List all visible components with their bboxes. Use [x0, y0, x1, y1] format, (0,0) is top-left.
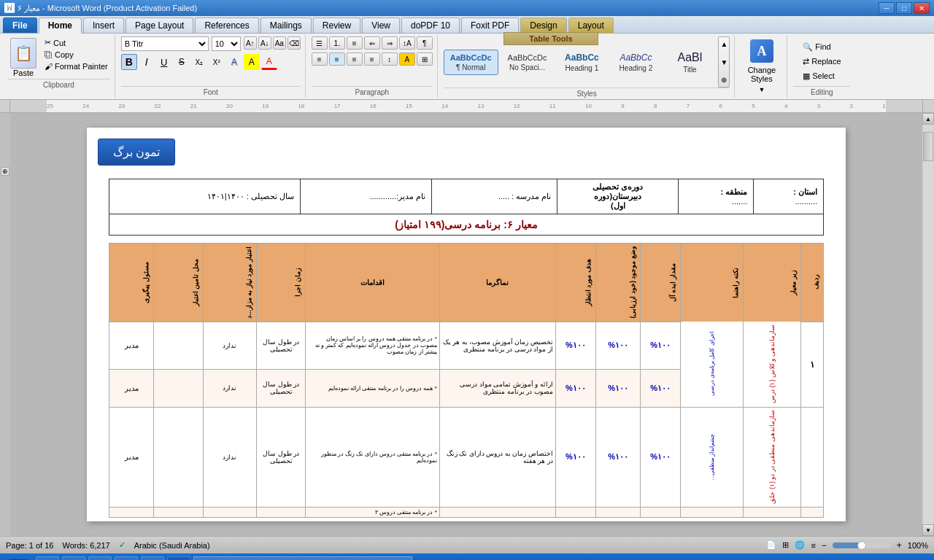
scroll-track[interactable] [923, 125, 933, 524]
italic-button[interactable]: I [139, 54, 155, 70]
cell-actions2: * در برنامه منتقی دروس دارای تک زنگ در م… [306, 407, 440, 508]
font-row2: B I U S X₂ X² A A A [121, 54, 277, 70]
text-effect-button[interactable]: A [226, 54, 242, 70]
font-size-select[interactable]: 10 [212, 36, 241, 51]
copy-icon: ⿻ [45, 50, 53, 59]
increase-indent-button[interactable]: ⇒ [382, 36, 398, 50]
sort-button[interactable]: ↕A [399, 36, 415, 50]
title-bar-left: 🆆 معیار ۶ - Microsoft Word (Product Acti… [4, 2, 197, 14]
superscript-button[interactable]: X² [209, 54, 225, 70]
bold-button[interactable]: B [121, 54, 137, 70]
justify-button[interactable]: ≡ [364, 52, 380, 66]
tab-insert[interactable]: Insert [83, 18, 124, 33]
cut-label: Cut [53, 39, 66, 47]
text-highlight-button[interactable]: A [244, 54, 260, 70]
ribbon-content: 📋 Paste ✂ Cut ⿻ Copy 🖌 [0, 34, 934, 99]
language-indicator[interactable]: Arabic (Saudi Arabia) [134, 541, 210, 550]
view-outline-icon[interactable]: ≡ [811, 541, 815, 550]
taskbar-chrome-icon[interactable]: 🔵 [88, 556, 112, 560]
style-title-label: Title [683, 66, 697, 74]
copy-label: Copy [55, 50, 74, 59]
subscript-button[interactable]: X₂ [191, 54, 207, 70]
barg-button[interactable]: تمون برگ [98, 139, 175, 166]
zoom-out-button[interactable]: − [822, 540, 827, 551]
style-heading1[interactable]: AaBbCc Heading 1 [556, 49, 607, 76]
copy-button[interactable]: ⿻ Copy [42, 49, 110, 61]
scroll-up-button[interactable]: ▲ [922, 113, 934, 125]
tab-layout[interactable]: Layout [568, 18, 614, 33]
tab-review[interactable]: Review [313, 18, 360, 33]
minimize-button[interactable]: ─ [879, 2, 895, 14]
taskbar-ie-icon[interactable]: 🌐 [36, 556, 59, 560]
tab-dopdf[interactable]: doPDF 10 [401, 18, 460, 33]
clear-format-button[interactable]: ⌫ [287, 36, 301, 50]
align-left-button[interactable]: ≡ [312, 52, 328, 66]
style-nospacing[interactable]: AaBbCcDc No Spaci... [501, 50, 554, 75]
style-nospacing-label: No Spaci... [509, 63, 545, 71]
select-button[interactable]: ▦ Select [800, 70, 837, 82]
align-center-button[interactable]: ≡ [329, 52, 345, 66]
tab-design[interactable]: Design [520, 18, 566, 33]
zoom-slider[interactable] [833, 542, 891, 548]
maximize-button[interactable]: □ [896, 2, 912, 14]
line-spacing-button[interactable]: ↕ [382, 52, 398, 66]
taskbar-folder-icon[interactable]: 📁 [62, 556, 85, 560]
style-normal[interactable]: AaBbCcDc ¶ Normal [444, 50, 498, 75]
scroll-down-button[interactable]: ▼ [922, 524, 934, 536]
zoom-in-button[interactable]: + [897, 540, 902, 551]
underline-button[interactable]: U [156, 54, 172, 70]
change-styles-chevron: ▼ [758, 86, 765, 93]
tab-references[interactable]: References [195, 18, 258, 33]
tab-home[interactable]: Home [39, 18, 82, 34]
paste-button[interactable]: 📋 Paste [7, 36, 39, 79]
tab-view[interactable]: View [362, 18, 400, 33]
strikethrough-button[interactable]: S [174, 54, 190, 70]
align-right-button[interactable]: ≡ [347, 52, 363, 66]
change-case-button[interactable]: Aa [273, 36, 286, 50]
header-cell-sal: سال تحصیلی : ۱۴۰۰|۱۴۰۱ [109, 179, 301, 214]
replace-button[interactable]: ⇄ Replace [800, 55, 843, 68]
cut-icon: ✂ [45, 38, 51, 47]
bullets-button[interactable]: ☰ [312, 36, 328, 50]
tab-foxit[interactable]: Foxit PDF [461, 18, 519, 33]
decrease-font-button[interactable]: A↓ [258, 36, 271, 50]
header-title-cell: معیار ۶: برنامه درسی(۱۹۹ امتیاز) [109, 214, 824, 236]
find-button[interactable]: 🔍 Find [800, 41, 833, 53]
cut-button[interactable]: ✂ Cut [42, 36, 110, 49]
taskbar-telegram-icon[interactable]: ✈ [141, 556, 164, 560]
style-title[interactable]: AaBl Title [664, 47, 715, 77]
change-styles-button[interactable]: A ChangeStyles ▼ [744, 36, 781, 96]
cell-target1a: %۱۰۰ [555, 322, 595, 370]
multilevel-button[interactable]: ≡ [347, 36, 363, 50]
th-nagrams: نماگرما [439, 244, 555, 322]
change-styles-icon: A [750, 39, 773, 63]
view-fullscreen-icon[interactable]: ⊞ [782, 540, 789, 550]
cell-partial-current [595, 508, 640, 518]
decrease-indent-button[interactable]: ⇐ [364, 36, 380, 50]
taskbar-active-window[interactable]: معیار ۶ - Microsoft Word [193, 556, 412, 560]
paste-icon: 📋 [10, 38, 36, 69]
taskbar-word-icon[interactable]: W [167, 556, 190, 560]
border-button[interactable]: ⊞ [417, 52, 433, 66]
style-heading2[interactable]: AaBbCc Heading 2 [610, 49, 661, 76]
font-color-button[interactable]: A [261, 54, 277, 70]
shading-button[interactable]: A [399, 52, 415, 66]
view-web-icon[interactable]: 🌐 [795, 540, 805, 550]
style-heading1-preview: AaBbCc [565, 52, 599, 63]
show-formatting-button[interactable]: ¶ [417, 36, 433, 50]
close-button[interactable]: ✕ [914, 2, 930, 14]
scroll-thumb[interactable] [923, 132, 933, 161]
font-size-btns: A↑ A↓ Aa ⌫ [244, 36, 301, 51]
tab-mailings[interactable]: Mailings [260, 18, 312, 33]
view-print-icon[interactable]: 📄 [766, 540, 776, 550]
add-table-row-button[interactable]: ⊕ [1, 167, 9, 176]
styles-more-button[interactable]: ▲▼⊕ [718, 36, 730, 88]
font-name-select[interactable]: B Titr [121, 36, 209, 51]
tab-file[interactable]: File [3, 18, 37, 33]
format-painter-button[interactable]: 🖌 Format Painter [42, 61, 110, 72]
cell-nagrams2: اختصاص زمان به دروس دارای تک زنگ در هر ه… [439, 407, 555, 508]
numbering-button[interactable]: 1. [329, 36, 345, 50]
increase-font-button[interactable]: A↑ [244, 36, 257, 50]
taskbar-firefox-icon[interactable]: 🦊 [115, 556, 138, 560]
tab-page-layout[interactable]: Page Layout [126, 18, 193, 33]
